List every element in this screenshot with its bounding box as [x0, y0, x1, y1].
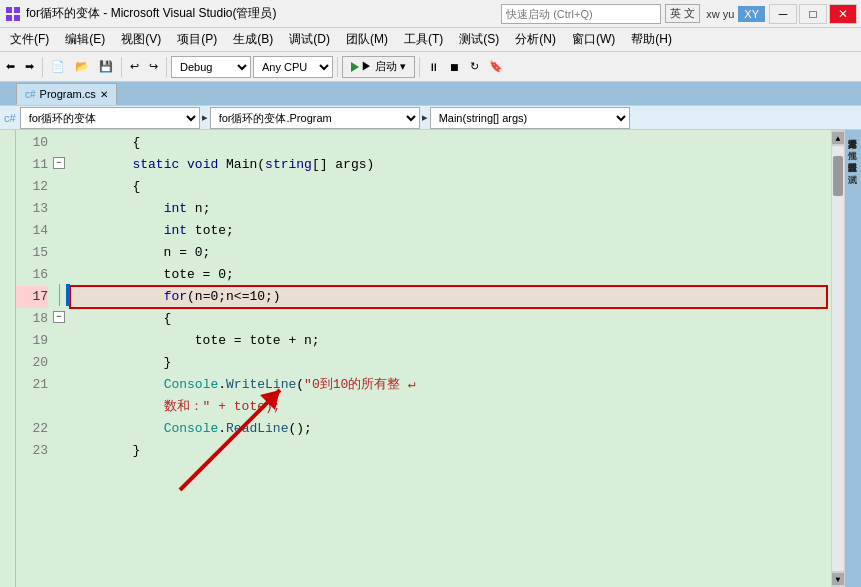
tab-close-button[interactable]: ✕ — [100, 89, 108, 100]
line-num-21-cont: · — [16, 396, 48, 418]
menu-bar: 文件(F)编辑(E)视图(V)项目(P)生成(B)调试(D)团队(M)工具(T)… — [0, 28, 861, 52]
file-info-bar: c# for循环的变体 ▸ for循环的变体.Program ▸ Main(st… — [0, 106, 861, 130]
code-line-12: { — [70, 176, 827, 198]
menu-item-工具t[interactable]: 工具(T) — [396, 29, 451, 50]
toolbar-new-button[interactable]: 📄 — [47, 55, 69, 79]
play-icon — [351, 62, 359, 72]
side-label-test[interactable]: 测试 — [847, 166, 860, 170]
toolbar-redo-button[interactable]: ↪ — [145, 55, 162, 79]
line-num-22: 22 — [16, 418, 48, 440]
language-indicator: 英 文 — [665, 4, 700, 23]
menu-item-分析n[interactable]: 分析(N) — [507, 29, 564, 50]
line-num-21: 21 — [16, 374, 48, 396]
current-line-indicator — [66, 284, 70, 306]
menu-item-窗口w[interactable]: 窗口(W) — [564, 29, 623, 50]
method-select[interactable]: Main(string[] args) — [430, 107, 630, 129]
line-num-19: 19 — [16, 330, 48, 352]
user-name: xw yu — [706, 8, 734, 20]
minimize-button[interactable]: ─ — [769, 4, 797, 24]
line-num-11: 11 — [16, 154, 48, 176]
code-editor[interactable]: { static void Main(string[] args) { int … — [66, 130, 831, 587]
menu-item-生成b[interactable]: 生成(B) — [225, 29, 281, 50]
collapse-col: − − — [52, 130, 66, 587]
line-num-13: 13 — [16, 198, 48, 220]
code-line-14: int tote; — [70, 220, 827, 242]
class-select[interactable]: for循环的变体.Program — [210, 107, 420, 129]
line-num-20: 20 — [16, 352, 48, 374]
window-controls: ─ □ ✕ — [769, 4, 857, 24]
tab-program-cs[interactable]: c# Program.cs ✕ — [16, 83, 117, 105]
right-side-panel: 方案资源管理器 属性 团队资源管理器 测试 — [845, 130, 861, 587]
debug-mode-select[interactable]: Debug Release — [171, 56, 251, 78]
tab-label: Program.cs — [40, 88, 96, 100]
line-numbers: 10 11 12 13 14 15 16 17 18 19 20 21 · 22… — [16, 130, 52, 587]
start-label: ▶ 启动 ▾ — [361, 59, 406, 74]
toolbar-undo-button[interactable]: ↩ — [126, 55, 143, 79]
code-line-20: } — [70, 352, 827, 374]
code-line-23: } — [70, 440, 827, 462]
scroll-track[interactable] — [832, 146, 844, 571]
title-bar: for循环的变体 - Microsoft Visual Studio(管理员) … — [0, 0, 861, 28]
start-button[interactable]: ▶ 启动 ▾ — [342, 56, 415, 78]
line-num-15: 15 — [16, 242, 48, 264]
line-num-12: 12 — [16, 176, 48, 198]
toolbar-btn-extra3[interactable]: ↻ — [466, 55, 483, 79]
toolbar-forward-button[interactable]: ➡ — [21, 55, 38, 79]
collapse-main-button[interactable]: − — [53, 157, 65, 169]
vs-icon — [4, 5, 22, 23]
code-line-11: static void Main(string[] args) — [70, 154, 827, 176]
side-label-team-explorer[interactable]: 团队资源管理器 — [847, 154, 860, 158]
toolbar: ⬅ ➡ 📄 📂 💾 ↩ ↪ Debug Release Any CPU x86 … — [0, 52, 861, 82]
menu-item-帮助h[interactable]: 帮助(H) — [623, 29, 680, 50]
line-num-14: 14 — [16, 220, 48, 242]
code-line-13: int n; — [70, 198, 827, 220]
menu-item-团队m[interactable]: 团队(M) — [338, 29, 396, 50]
code-line-17: for(n=0;n<=10;) — [70, 286, 827, 308]
line-num-23: 23 — [16, 440, 48, 462]
toolbar-sep-4 — [337, 57, 338, 77]
scroll-thumb[interactable] — [833, 156, 843, 196]
toolbar-back-button[interactable]: ⬅ — [2, 55, 19, 79]
toolbar-btn-extra1[interactable]: ⏸ — [424, 55, 443, 79]
toolbar-btn-extra2[interactable]: ⏹ — [445, 55, 464, 79]
toolbar-sep-3 — [166, 57, 167, 77]
svg-rect-2 — [6, 15, 12, 21]
toolbar-save-button[interactable]: 💾 — [95, 55, 117, 79]
tab-area: c# Program.cs ✕ — [0, 82, 861, 106]
namespace-select[interactable]: for循环的变体 — [20, 107, 200, 129]
side-label-properties[interactable]: 属性 — [847, 142, 860, 146]
maximize-button[interactable]: □ — [799, 4, 827, 24]
menu-item-视图v[interactable]: 视图(V) — [113, 29, 169, 50]
menu-item-测试s[interactable]: 测试(S) — [451, 29, 507, 50]
code-line-21: Console.WriteLine("0到10的所有整 ↵ — [70, 374, 827, 396]
collapse-for-button[interactable]: − — [53, 311, 65, 323]
line-num-16: 16 — [16, 264, 48, 286]
window-title: for循环的变体 - Microsoft Visual Studio(管理员) — [26, 5, 501, 22]
toolbar-sep-5 — [419, 57, 420, 77]
toolbar-open-button[interactable]: 📂 — [71, 55, 93, 79]
code-line-16: tote = 0; — [70, 264, 827, 286]
scroll-down-button[interactable]: ▼ — [832, 573, 844, 585]
code-line-10: { — [70, 132, 827, 154]
menu-item-编辑e[interactable]: 编辑(E) — [57, 29, 113, 50]
line-num-17: 17 — [16, 286, 48, 308]
editor-container: 10 11 12 13 14 15 16 17 18 19 20 21 · 22… — [0, 130, 861, 587]
toolbar-bookmark-button[interactable]: 🔖 — [485, 55, 507, 79]
scroll-up-button[interactable]: ▲ — [832, 132, 844, 144]
vertical-scrollbar[interactable]: ▲ ▼ — [831, 130, 845, 587]
svg-rect-1 — [14, 7, 20, 13]
code-line-22: Console.ReadLine(); — [70, 418, 827, 440]
cpu-mode-select[interactable]: Any CPU x86 x64 — [253, 56, 333, 78]
tab-file-icon: c# — [25, 89, 36, 100]
menu-item-文件f[interactable]: 文件(F) — [2, 29, 57, 50]
side-label-solution-explorer[interactable]: 方案资源管理器 — [847, 130, 860, 134]
toolbar-sep-1 — [42, 57, 43, 77]
fi-icon: c# — [0, 112, 20, 124]
menu-item-调试d[interactable]: 调试(D) — [281, 29, 338, 50]
menu-item-项目p[interactable]: 项目(P) — [169, 29, 225, 50]
svg-rect-0 — [6, 7, 12, 13]
quick-launch-input[interactable] — [501, 4, 661, 24]
fi-arrow-2: ▸ — [420, 111, 430, 124]
toolbar-sep-2 — [121, 57, 122, 77]
close-button[interactable]: ✕ — [829, 4, 857, 24]
